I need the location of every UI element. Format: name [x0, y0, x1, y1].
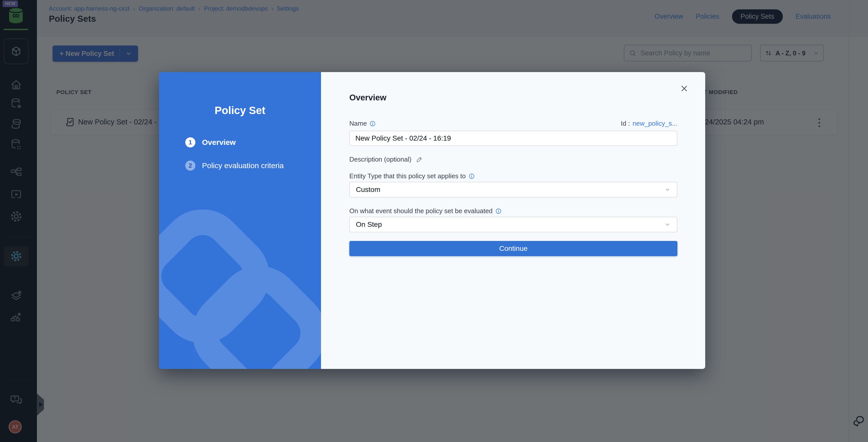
overview-form-panel: Overview Name Id : new_policy_s... Descr…: [321, 72, 705, 369]
info-icon[interactable]: [495, 208, 502, 214]
info-icon[interactable]: [468, 173, 475, 179]
step-label: Policy evaluation criteria: [202, 161, 284, 170]
id-link[interactable]: new_policy_s...: [632, 120, 677, 127]
event-value: On Step: [356, 220, 382, 229]
description-label: Description (optional): [349, 155, 411, 163]
description-row: Description (optional): [349, 155, 677, 163]
event-label-row: On what event should the policy set be e…: [349, 207, 677, 215]
wizard-title: Policy Set: [159, 105, 321, 117]
wizard-panel: Policy Set 1 Overview 2 Policy evaluatio…: [159, 72, 321, 369]
info-icon[interactable]: [369, 120, 376, 127]
step-policy-evaluation-criteria[interactable]: 2 Policy evaluation criteria: [185, 160, 284, 171]
step-number: 1: [185, 137, 195, 147]
name-label-row: Name Id : new_policy_s...: [349, 120, 677, 127]
step-overview[interactable]: 1 Overview: [185, 137, 284, 147]
event-label: On what event should the policy set be e…: [349, 207, 493, 215]
name-input[interactable]: [349, 131, 677, 146]
close-icon[interactable]: [680, 84, 688, 93]
step-number: 2: [185, 160, 195, 171]
continue-label: Continue: [499, 244, 528, 253]
chevron-down-icon: [664, 186, 671, 193]
harness-chain-watermark: [159, 210, 321, 369]
chevron-down-icon: [664, 221, 671, 228]
edit-pencil-icon[interactable]: [415, 156, 423, 163]
wizard-steps: 1 Overview 2 Policy evaluation criteria: [185, 137, 284, 171]
continue-button[interactable]: Continue: [349, 241, 677, 256]
name-label: Name: [349, 120, 367, 127]
entity-type-label-row: Entity Type that this policy set applies…: [349, 172, 677, 180]
form-heading: Overview: [349, 93, 386, 102]
id-label: Id :: [621, 120, 630, 127]
entity-type-value: Custom: [356, 185, 380, 194]
entity-type-label: Entity Type that this policy set applies…: [349, 172, 466, 180]
step-label: Overview: [202, 138, 236, 147]
harness-policy-sets-page: NEW ∞: [0, 0, 868, 442]
event-select[interactable]: On Step: [349, 217, 677, 232]
entity-type-select[interactable]: Custom: [349, 182, 677, 198]
new-policy-set-modal: Policy Set 1 Overview 2 Policy evaluatio…: [159, 72, 705, 369]
id-wrap: Id : new_policy_s...: [621, 120, 677, 127]
